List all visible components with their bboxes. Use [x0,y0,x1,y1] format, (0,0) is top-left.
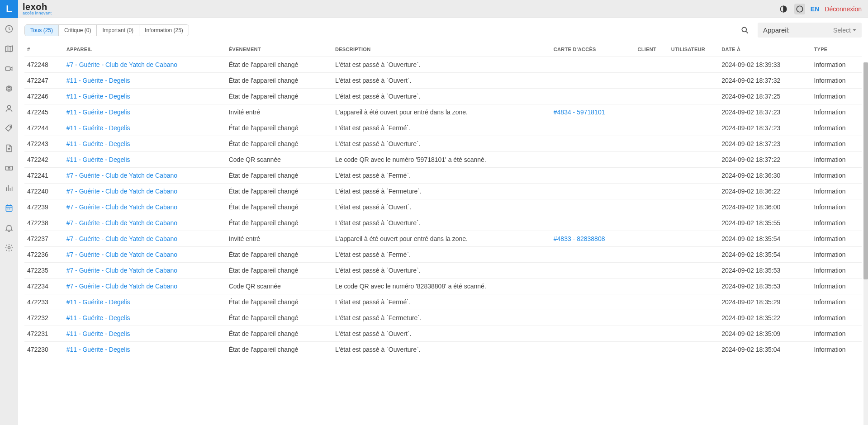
cell-device-link[interactable]: #7 - Guérite - Club de Yatch de Cabano [66,267,177,274]
tab-information[interactable]: Information (25) [139,25,189,36]
cell-date: 2024-09-02 18:37:23 [719,120,811,136]
device-filter[interactable]: Appareil: Select [758,23,862,38]
col-device[interactable]: APPAREIL [64,40,226,57]
cell-device-link[interactable]: #11 - Guérite - Degelis [66,330,130,337]
svg-rect-8 [6,166,13,170]
cell-id: 472247 [24,73,64,89]
tag-icon [5,124,14,133]
table-row[interactable]: 472230#11 - Guérite - DegelisÉtat de l'a… [24,342,862,358]
cell-device-link[interactable]: #7 - Guérite - Club de Yatch de Cabano [66,203,177,211]
col-id[interactable]: # [24,40,64,57]
cell-id: 472234 [24,279,64,294]
topbar-right: EN Déconnexion [778,4,862,14]
cell-device-link[interactable]: #7 - Guérite - Club de Yatch de Cabano [66,172,177,179]
table-row[interactable]: 472231#11 - Guérite - DegelisÉtat de l'a… [24,326,862,342]
nav-file[interactable] [4,143,14,154]
cell-date: 2024-09-02 18:35:22 [719,310,811,326]
table-row[interactable]: 472246#11 - Guérite - DegelisÉtat de l'a… [24,89,862,104]
nav-bell[interactable] [4,222,14,233]
table-row[interactable]: 472247#11 - Guérite - DegelisÉtat de l'a… [24,73,862,89]
cell-device-link[interactable]: #7 - Guérite - Club de Yatch de Cabano [66,61,177,68]
cell-device-link[interactable]: #7 - Guérite - Club de Yatch de Cabano [66,283,177,290]
table-row[interactable]: 472233#11 - Guérite - DegelisÉtat de l'a… [24,294,862,310]
col-type[interactable]: TYPE [811,40,862,57]
table-row[interactable]: 472241#7 - Guérite - Club de Yatch de Ca… [24,168,862,184]
cell-card-link[interactable]: #4834 - 59718101 [554,109,605,116]
table-row[interactable]: 472238#7 - Guérite - Club de Yatch de Ca… [24,215,862,231]
cell-device-link[interactable]: #7 - Guérite - Club de Yatch de Cabano [66,251,177,258]
cell-card [551,279,635,294]
nav-camera[interactable] [4,63,14,74]
theme-light-toggle[interactable] [794,4,805,14]
nav-settings[interactable] [4,242,14,253]
table-row[interactable]: 472235#7 - Guérite - Club de Yatch de Ca… [24,263,862,279]
cell-description: L'état est passé à `Ouverture`. [332,136,551,152]
table-row[interactable]: 472239#7 - Guérite - Club de Yatch de Ca… [24,199,862,215]
cell-type: Information [811,152,862,168]
nav-chart[interactable] [4,183,14,194]
nav-calendar[interactable] [4,203,14,213]
tab-critical[interactable]: Critique (0) [59,25,97,36]
cell-device-link[interactable]: #7 - Guérite - Club de Yatch de Cabano [66,188,177,195]
table-row[interactable]: 472243#11 - Guérite - DegelisÉtat de l'a… [24,136,862,152]
cell-date: 2024-09-02 18:35:54 [719,247,811,263]
table-row[interactable]: 472248#7 - Guérite - Club de Yatch de Ca… [24,57,862,73]
table-row[interactable]: 472236#7 - Guérite - Club de Yatch de Ca… [24,247,862,263]
col-user[interactable]: UTILISATEUR [669,40,719,57]
table-row[interactable]: 472245#11 - Guérite - DegelisInvité entr… [24,104,862,120]
cell-device-link[interactable]: #7 - Guérite - Club de Yatch de Cabano [66,235,177,242]
cell-card-link[interactable]: #4833 - 82838808 [554,235,605,242]
cell-device-link[interactable]: #11 - Guérite - Degelis [66,109,130,116]
theme-dark-toggle[interactable] [778,4,789,14]
cell-type: Information [811,57,862,73]
cell-id: 472241 [24,168,64,184]
language-link[interactable]: EN [811,5,819,13]
table-row[interactable]: 472240#7 - Guérite - Club de Yatch de Ca… [24,184,862,199]
cell-device-link[interactable]: #11 - Guérite - Degelis [66,156,130,163]
nav-map[interactable] [4,43,14,54]
col-card[interactable]: CARTE D'ACCÈS [551,40,635,57]
nav-user[interactable] [4,103,14,114]
gear-icon [5,243,14,252]
cell-device-link[interactable]: #11 - Guérite - Degelis [66,298,130,306]
col-description[interactable]: DESCRIPTION [332,40,551,57]
nav-device[interactable] [4,83,14,94]
cell-device-link[interactable]: #11 - Guérite - Degelis [66,124,130,132]
table-row[interactable]: 472242#11 - Guérite - DegelisCode QR sca… [24,152,862,168]
col-date[interactable]: DATE À [719,40,811,57]
cell-device-link[interactable]: #11 - Guérite - Degelis [66,346,130,353]
cell-event: État de l'appareil changé [226,73,332,89]
cell-type: Information [811,168,862,184]
table-row[interactable]: 472232#11 - Guérite - DegelisÉtat de l'a… [24,310,862,326]
cell-device-link[interactable]: #7 - Guérite - Club de Yatch de Cabano [66,219,177,227]
svg-rect-10 [6,205,12,211]
nav-tag[interactable] [4,123,14,134]
nav-money[interactable] [4,163,14,174]
cell-device-link[interactable]: #11 - Guérite - Degelis [66,314,130,321]
tab-important[interactable]: Important (0) [97,25,139,36]
cell-id: 472238 [24,215,64,231]
device-filter-select[interactable]: Select [833,27,856,34]
col-event[interactable]: ÉVENEMENT [226,40,332,57]
nav-clock[interactable] [4,24,14,34]
cell-device-link[interactable]: #11 - Guérite - Degelis [66,77,130,84]
logout-link[interactable]: Déconnexion [825,5,862,13]
table-row[interactable]: 472234#7 - Guérite - Club de Yatch de Ca… [24,279,862,294]
logo[interactable]: L [0,0,18,18]
cell-device: #7 - Guérite - Club de Yatch de Cabano [64,184,226,199]
cell-type: Information [811,310,862,326]
col-client[interactable]: CLIENT [635,40,669,57]
cell-type: Information [811,294,862,310]
events-table-wrap[interactable]: # APPAREIL ÉVENEMENT DESCRIPTION CARTE D… [18,40,868,425]
cell-description: L'état est passé à `Ouverture`. [332,215,551,231]
cell-device-link[interactable]: #11 - Guérite - Degelis [66,140,130,147]
table-row[interactable]: 472244#11 - Guérite - DegelisÉtat de l'a… [24,120,862,136]
cell-user [669,326,719,342]
cell-description: Le code QR avec le numéro '82838808' a é… [332,279,551,294]
tab-all[interactable]: Tous (25) [25,25,59,36]
cell-device-link[interactable]: #11 - Guérite - Degelis [66,93,130,100]
brand: lexoh accès innovant [23,2,52,15]
table-row[interactable]: 472237#7 - Guérite - Club de Yatch de Ca… [24,231,862,247]
search-icon[interactable] [740,26,749,35]
scrollbar-thumb[interactable] [863,62,868,279]
